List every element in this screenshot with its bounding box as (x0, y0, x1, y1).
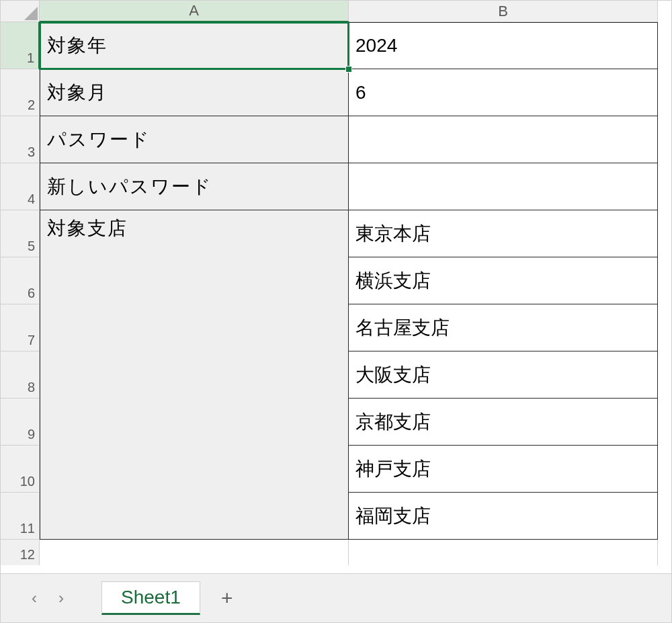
cell-B10[interactable]: 神戸支店 (349, 446, 658, 493)
cell-B8[interactable]: 大阪支店 (349, 351, 658, 399)
cell-B12[interactable] (349, 540, 658, 565)
cells-grid: 1 対象年 2024 2 対象月 6 3 パスワード 4 新しいパスワード 5 … (1, 22, 671, 540)
row-header-11[interactable]: 11 (1, 493, 40, 540)
row-header-8[interactable]: 8 (1, 351, 40, 399)
cell-A6[interactable] (40, 257, 349, 304)
chevron-left-icon: ‹ (32, 589, 37, 608)
cell-A2[interactable]: 対象月 (40, 69, 349, 116)
cell-A4[interactable]: 新しいパスワード (40, 163, 349, 210)
sheet-tab-bar: ‹ › Sheet1 + (1, 573, 671, 622)
row-header-9[interactable]: 9 (1, 399, 40, 446)
cell-A8[interactable] (40, 351, 349, 399)
cell-A10[interactable] (40, 446, 349, 493)
select-all-corner[interactable] (1, 1, 40, 22)
row-header-2[interactable]: 2 (1, 69, 40, 116)
row-header-4[interactable]: 4 (1, 163, 40, 210)
sheet-nav-next[interactable]: › (48, 585, 75, 612)
cell-B3[interactable] (349, 116, 658, 163)
chevron-right-icon: › (58, 589, 64, 608)
col-header-B[interactable]: B (349, 1, 658, 22)
row-header-3[interactable]: 3 (1, 116, 40, 163)
plus-icon: + (221, 587, 233, 610)
cell-A7[interactable] (40, 304, 349, 351)
cell-B7[interactable]: 名古屋支店 (349, 304, 658, 351)
row-header-7[interactable]: 7 (1, 304, 40, 351)
cell-B4[interactable] (349, 163, 658, 210)
cell-A3[interactable]: パスワード (40, 116, 349, 163)
row-header-10[interactable]: 10 (1, 446, 40, 493)
cell-B11[interactable]: 福岡支店 (349, 493, 658, 540)
cell-A12[interactable] (40, 540, 349, 565)
row-header-1[interactable]: 1 (1, 22, 40, 69)
cell-B9[interactable]: 京都支店 (349, 399, 658, 446)
cell-B5[interactable]: 東京本店 (349, 210, 658, 257)
column-headers: A B (1, 1, 671, 22)
row-header-12[interactable]: 12 (1, 540, 40, 565)
row-header-5[interactable]: 5 (1, 210, 40, 257)
cell-B2[interactable]: 6 (349, 69, 658, 116)
cell-A11[interactable] (40, 493, 349, 540)
row-header-6[interactable]: 6 (1, 257, 40, 304)
cell-A5[interactable]: 対象支店 (40, 210, 349, 257)
cell-A1[interactable]: 対象年 (40, 22, 349, 69)
add-sheet-button[interactable]: + (207, 581, 247, 615)
sheet-nav-prev[interactable]: ‹ (21, 585, 48, 612)
col-header-A[interactable]: A (40, 1, 349, 22)
sheet-tab-active[interactable]: Sheet1 (101, 581, 200, 615)
fill-handle[interactable] (345, 66, 352, 73)
cell-B6[interactable]: 横浜支店 (349, 257, 658, 304)
cell-B1[interactable]: 2024 (349, 22, 658, 69)
cell-A9[interactable] (40, 399, 349, 446)
spreadsheet-grid: A B 1 対象年 2024 2 対象月 6 3 パスワード 4 新しいパスワー… (1, 1, 671, 573)
